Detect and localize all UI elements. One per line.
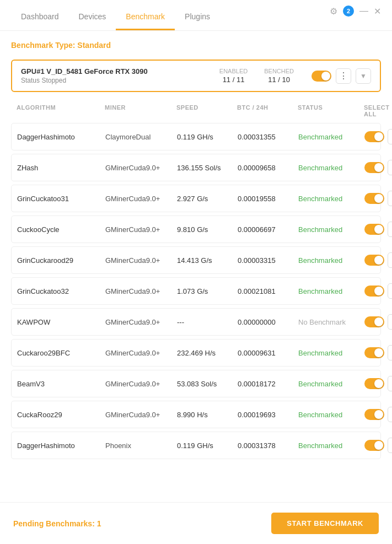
algo-settings-button[interactable]: ⚙ (388, 438, 392, 453)
enabled-label: ENABLED (219, 68, 248, 74)
table-row: CuckaRooz29 GMinerCuda9.0+ 8.990 H/s 0.0… (11, 401, 381, 428)
speed-value: 136.155 Sol/s (177, 164, 238, 172)
header: Dashboard Devices Benchmark Plugins ⚙ 2 … (0, 0, 392, 31)
miner-name: GMinerCuda9.0+ (105, 287, 177, 295)
algo-settings-button[interactable]: ⚙ (388, 222, 392, 237)
status-badge: Benchmarked (298, 195, 364, 203)
algo-toggle[interactable] (364, 255, 384, 266)
speed-value: 9.810 G/s (177, 225, 238, 234)
gpu-card: GPU#1 V_ID_5481 GeForce RTX 3090 Status … (11, 60, 381, 92)
settings-icon[interactable]: ⚙ (330, 6, 337, 17)
gpu-benched-col: BENCHED 11 / 10 (264, 68, 294, 84)
pending-benchmarks: Pending Benchmarks: 1 (13, 519, 101, 528)
miner-name: GMinerCuda9.0+ (105, 349, 177, 357)
enabled-value: 11 / 11 (219, 76, 248, 84)
tab-benchmark[interactable]: Benchmark (116, 7, 175, 30)
table-row: ZHash GMinerCuda9.0+ 136.155 Sol/s 0.000… (11, 154, 381, 181)
gpu-actions: ⋮ ▼ (312, 68, 371, 84)
status-badge: Benchmarked (298, 411, 364, 419)
speed-value: 1.073 G/s (177, 287, 238, 295)
status-badge: Benchmarked (298, 287, 364, 295)
speed-value: 8.990 H/s (177, 411, 238, 419)
row-actions: ⚙ (364, 222, 392, 237)
algo-settings-button[interactable]: ⚙ (388, 129, 392, 144)
row-actions: ⚙ (364, 314, 392, 330)
btc-value: 0.00000000 (238, 318, 298, 326)
gpu-status: Status Stopped (21, 77, 219, 84)
algo-settings-button[interactable]: ⚙ (388, 191, 392, 206)
row-actions: ⚙ (364, 252, 392, 268)
row-actions: ⚙ (364, 191, 392, 206)
btc-value: 0.00009631 (238, 349, 298, 357)
algo-settings-button[interactable]: ⚙ (388, 283, 392, 299)
miner-name: GMinerCuda9.0+ (105, 411, 177, 419)
speed-value: 53.083 Sol/s (177, 380, 238, 388)
algo-toggle[interactable] (364, 131, 384, 142)
status-badge: Benchmarked (298, 225, 364, 234)
table-row: GrinCuckatoo31 GMinerCuda9.0+ 2.927 G/s … (11, 185, 381, 212)
row-actions: ⚙ (364, 438, 392, 453)
algo-settings-button[interactable]: ⚙ (388, 160, 392, 175)
table-row: GrinCuckatoo32 GMinerCuda9.0+ 1.073 G/s … (11, 277, 381, 305)
status-badge: Benchmarked (298, 441, 364, 450)
algo-toggle[interactable] (364, 378, 384, 389)
algo-toggle[interactable] (364, 409, 384, 420)
speed-value: 0.119 GH/s (177, 441, 238, 450)
tab-plugins[interactable]: Plugins (175, 7, 220, 30)
row-actions: ⚙ (364, 160, 392, 175)
row-actions: ⚙ (364, 129, 392, 144)
gpu-menu-button[interactable]: ⋮ (336, 68, 351, 84)
minimize-icon[interactable]: — (359, 6, 368, 16)
col-status: STATUS (298, 104, 364, 117)
start-benchmark-button[interactable]: START BENCHMARK (271, 513, 379, 534)
algo-name: GrinCuckatoo32 (17, 287, 105, 295)
speed-value: 0.119 GH/s (177, 133, 238, 141)
algo-toggle[interactable] (364, 316, 384, 327)
speed-value: 232.469 H/s (177, 349, 238, 357)
status-badge: Benchmarked (298, 133, 364, 141)
btc-value: 0.00018172 (238, 380, 298, 388)
col-btc24h: BTC / 24H (237, 104, 298, 117)
tab-devices[interactable]: Devices (69, 7, 116, 30)
tab-dashboard[interactable]: Dashboard (11, 7, 69, 30)
algo-name: CuckooCycle (17, 225, 105, 234)
miner-name: GMinerCuda9.0+ (105, 256, 177, 265)
algo-toggle[interactable] (364, 286, 384, 297)
algo-settings-button[interactable]: ⚙ (388, 314, 392, 330)
column-headers: ALGORITHM MINER SPEED BTC / 24H STATUS S… (11, 101, 381, 121)
header-actions: ⚙ 2 — ✕ (330, 6, 381, 17)
gpu-name: GPU#1 V_ID_5481 GeForce RTX 3090 (21, 67, 219, 76)
col-miner: MINER (105, 104, 176, 117)
algo-name: CuckaRooz29 (17, 411, 105, 419)
nav-tabs: Dashboard Devices Benchmark Plugins (11, 7, 381, 30)
gpu-enabled-col: ENABLED 11 / 11 (219, 68, 248, 84)
algo-toggle[interactable] (364, 193, 384, 204)
col-select-all: SELECT ALL (364, 104, 392, 117)
algo-name: BeamV3 (17, 380, 105, 388)
algo-settings-button[interactable]: ⚙ (388, 376, 392, 391)
col-speed: SPEED (176, 104, 237, 117)
footer: Pending Benchmarks: 1 START BENCHMARK (0, 502, 392, 544)
algo-name: Cuckaroo29BFC (17, 349, 105, 357)
gpu-toggle[interactable] (312, 71, 331, 82)
algorithm-rows: DaggerHashimoto ClaymoreDual 0.119 GH/s … (11, 123, 381, 459)
miner-name: GMinerCuda9.0+ (105, 195, 177, 203)
notification-badge[interactable]: 2 (343, 6, 354, 17)
status-badge: Benchmarked (298, 256, 364, 265)
algo-toggle[interactable] (364, 224, 384, 235)
btc-value: 0.00009658 (238, 164, 298, 172)
speed-value: 2.927 G/s (177, 195, 238, 203)
gpu-expand-button[interactable]: ▼ (356, 68, 371, 84)
algo-toggle[interactable] (364, 347, 384, 358)
algo-toggle[interactable] (364, 162, 384, 173)
close-icon[interactable]: ✕ (374, 6, 381, 17)
algo-settings-button[interactable]: ⚙ (388, 345, 392, 360)
btc-value: 0.00019693 (238, 411, 298, 419)
table-row: DaggerHashimoto ClaymoreDual 0.119 GH/s … (11, 123, 381, 150)
table-row: BeamV3 GMinerCuda9.0+ 53.083 Sol/s 0.000… (11, 370, 381, 397)
benched-value: 11 / 10 (264, 76, 294, 84)
algo-settings-button[interactable]: ⚙ (388, 252, 392, 268)
benchmark-type-row: Benchmark Type: Standard (11, 41, 381, 50)
algo-settings-button[interactable]: ⚙ (388, 407, 392, 422)
algo-toggle[interactable] (364, 440, 384, 451)
